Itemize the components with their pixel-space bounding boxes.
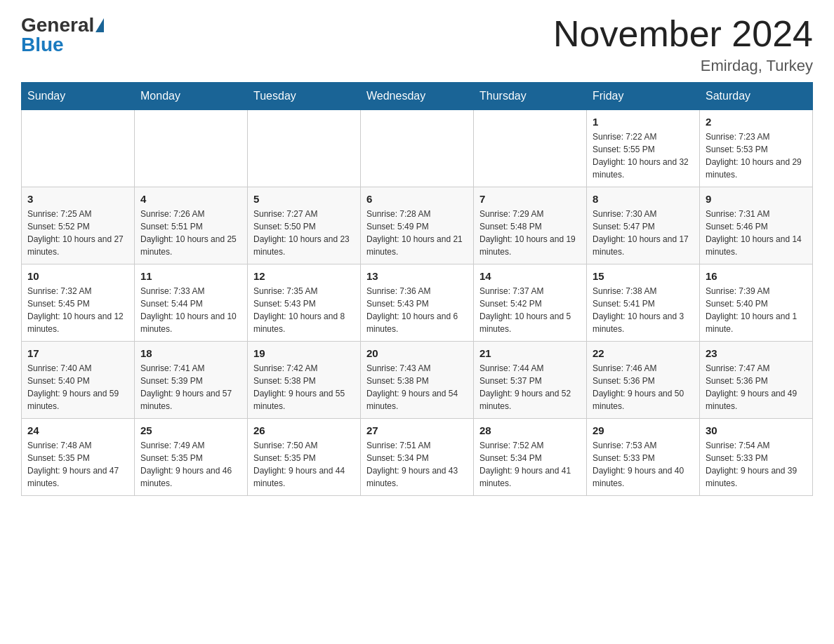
calendar-day: 4Sunrise: 7:26 AMSunset: 5:51 PMDaylight… xyxy=(135,187,248,264)
weekday-header-tuesday: Tuesday xyxy=(248,83,361,110)
calendar-day: 2Sunrise: 7:23 AMSunset: 5:53 PMDaylight… xyxy=(700,110,813,187)
calendar-week-row: 1Sunrise: 7:22 AMSunset: 5:55 PMDaylight… xyxy=(22,110,813,187)
day-info: Sunrise: 7:26 AMSunset: 5:51 PMDaylight:… xyxy=(140,208,241,258)
calendar-week-row: 17Sunrise: 7:40 AMSunset: 5:40 PMDayligh… xyxy=(22,342,813,419)
calendar-day: 10Sunrise: 7:32 AMSunset: 5:45 PMDayligh… xyxy=(22,264,135,342)
day-number: 20 xyxy=(366,347,468,359)
day-number: 7 xyxy=(479,193,581,205)
day-number: 21 xyxy=(479,347,581,359)
day-number: 22 xyxy=(593,347,694,359)
day-info: Sunrise: 7:23 AMSunset: 5:53 PMDaylight:… xyxy=(706,130,807,181)
title-section: November 2024 Emirdag, Turkey xyxy=(553,14,813,75)
day-number: 26 xyxy=(253,424,355,436)
calendar-day: 27Sunrise: 7:51 AMSunset: 5:34 PMDayligh… xyxy=(361,419,474,496)
day-info: Sunrise: 7:49 AMSunset: 5:35 PMDaylight:… xyxy=(140,439,241,490)
day-info: Sunrise: 7:44 AMSunset: 5:37 PMDaylight:… xyxy=(479,362,581,412)
day-number: 1 xyxy=(593,116,694,128)
calendar-day: 19Sunrise: 7:42 AMSunset: 5:38 PMDayligh… xyxy=(248,342,361,419)
day-info: Sunrise: 7:43 AMSunset: 5:38 PMDaylight:… xyxy=(366,362,468,412)
day-number: 25 xyxy=(140,424,241,436)
day-number: 16 xyxy=(706,270,807,282)
day-number: 12 xyxy=(253,270,355,282)
day-number: 29 xyxy=(593,424,694,436)
day-info: Sunrise: 7:51 AMSunset: 5:34 PMDaylight:… xyxy=(366,439,468,490)
day-number: 24 xyxy=(27,424,128,436)
calendar-week-row: 24Sunrise: 7:48 AMSunset: 5:35 PMDayligh… xyxy=(22,419,813,496)
day-info: Sunrise: 7:39 AMSunset: 5:40 PMDaylight:… xyxy=(706,285,807,335)
day-number: 19 xyxy=(253,347,355,359)
day-info: Sunrise: 7:54 AMSunset: 5:33 PMDaylight:… xyxy=(706,439,807,490)
weekday-header-wednesday: Wednesday xyxy=(361,83,474,110)
calendar-week-row: 10Sunrise: 7:32 AMSunset: 5:45 PMDayligh… xyxy=(22,264,813,342)
calendar-day: 18Sunrise: 7:41 AMSunset: 5:39 PMDayligh… xyxy=(135,342,248,419)
day-number: 5 xyxy=(253,193,355,205)
day-info: Sunrise: 7:29 AMSunset: 5:48 PMDaylight:… xyxy=(479,208,581,258)
weekday-header-sunday: Sunday xyxy=(22,83,135,110)
day-number: 8 xyxy=(593,193,694,205)
day-info: Sunrise: 7:40 AMSunset: 5:40 PMDaylight:… xyxy=(27,362,128,412)
weekday-header-monday: Monday xyxy=(135,83,248,110)
logo-blue-text: Blue xyxy=(21,34,64,56)
day-info: Sunrise: 7:41 AMSunset: 5:39 PMDaylight:… xyxy=(140,362,241,412)
day-number: 17 xyxy=(27,347,128,359)
calendar-week-row: 3Sunrise: 7:25 AMSunset: 5:52 PMDaylight… xyxy=(22,187,813,264)
calendar-day: 29Sunrise: 7:53 AMSunset: 5:33 PMDayligh… xyxy=(587,419,700,496)
calendar-day: 20Sunrise: 7:43 AMSunset: 5:38 PMDayligh… xyxy=(361,342,474,419)
day-info: Sunrise: 7:28 AMSunset: 5:49 PMDaylight:… xyxy=(366,208,468,258)
calendar-day: 30Sunrise: 7:54 AMSunset: 5:33 PMDayligh… xyxy=(700,419,813,496)
calendar-day: 15Sunrise: 7:38 AMSunset: 5:41 PMDayligh… xyxy=(587,264,700,342)
calendar-day: 24Sunrise: 7:48 AMSunset: 5:35 PMDayligh… xyxy=(22,419,135,496)
day-info: Sunrise: 7:35 AMSunset: 5:43 PMDaylight:… xyxy=(253,285,355,335)
calendar-day: 17Sunrise: 7:40 AMSunset: 5:40 PMDayligh… xyxy=(22,342,135,419)
logo: General Blue xyxy=(21,14,105,56)
day-number: 4 xyxy=(140,193,241,205)
weekday-header-thursday: Thursday xyxy=(474,83,587,110)
calendar-day xyxy=(474,110,587,187)
calendar-day: 12Sunrise: 7:35 AMSunset: 5:43 PMDayligh… xyxy=(248,264,361,342)
day-info: Sunrise: 7:32 AMSunset: 5:45 PMDaylight:… xyxy=(27,285,128,335)
day-number: 13 xyxy=(366,270,468,282)
calendar-day xyxy=(248,110,361,187)
weekday-header-row: SundayMondayTuesdayWednesdayThursdayFrid… xyxy=(22,83,813,110)
day-number: 11 xyxy=(140,270,241,282)
day-number: 14 xyxy=(479,270,581,282)
calendar-day xyxy=(22,110,135,187)
day-number: 18 xyxy=(140,347,241,359)
calendar-day: 6Sunrise: 7:28 AMSunset: 5:49 PMDaylight… xyxy=(361,187,474,264)
day-info: Sunrise: 7:50 AMSunset: 5:35 PMDaylight:… xyxy=(253,439,355,490)
day-number: 2 xyxy=(706,116,807,128)
calendar-day: 8Sunrise: 7:30 AMSunset: 5:47 PMDaylight… xyxy=(587,187,700,264)
month-year-title: November 2024 xyxy=(553,14,813,54)
calendar-day: 21Sunrise: 7:44 AMSunset: 5:37 PMDayligh… xyxy=(474,342,587,419)
day-number: 30 xyxy=(706,424,807,436)
calendar-day: 14Sunrise: 7:37 AMSunset: 5:42 PMDayligh… xyxy=(474,264,587,342)
calendar-day: 3Sunrise: 7:25 AMSunset: 5:52 PMDaylight… xyxy=(22,187,135,264)
day-number: 28 xyxy=(479,424,581,436)
location-label: Emirdag, Turkey xyxy=(553,57,813,75)
calendar-day: 7Sunrise: 7:29 AMSunset: 5:48 PMDaylight… xyxy=(474,187,587,264)
day-number: 27 xyxy=(366,424,468,436)
day-number: 3 xyxy=(27,193,128,205)
day-info: Sunrise: 7:53 AMSunset: 5:33 PMDaylight:… xyxy=(593,439,694,490)
day-info: Sunrise: 7:30 AMSunset: 5:47 PMDaylight:… xyxy=(593,208,694,258)
day-info: Sunrise: 7:52 AMSunset: 5:34 PMDaylight:… xyxy=(479,439,581,490)
day-number: 15 xyxy=(593,270,694,282)
weekday-header-saturday: Saturday xyxy=(700,83,813,110)
day-info: Sunrise: 7:37 AMSunset: 5:42 PMDaylight:… xyxy=(479,285,581,335)
calendar-day: 26Sunrise: 7:50 AMSunset: 5:35 PMDayligh… xyxy=(248,419,361,496)
day-info: Sunrise: 7:25 AMSunset: 5:52 PMDaylight:… xyxy=(27,208,128,258)
day-number: 9 xyxy=(706,193,807,205)
calendar-day xyxy=(361,110,474,187)
calendar-day: 9Sunrise: 7:31 AMSunset: 5:46 PMDaylight… xyxy=(700,187,813,264)
calendar-day: 28Sunrise: 7:52 AMSunset: 5:34 PMDayligh… xyxy=(474,419,587,496)
calendar-day: 11Sunrise: 7:33 AMSunset: 5:44 PMDayligh… xyxy=(135,264,248,342)
calendar-day: 25Sunrise: 7:49 AMSunset: 5:35 PMDayligh… xyxy=(135,419,248,496)
calendar-table: SundayMondayTuesdayWednesdayThursdayFrid… xyxy=(21,82,813,496)
calendar-day: 1Sunrise: 7:22 AMSunset: 5:55 PMDaylight… xyxy=(587,110,700,187)
day-info: Sunrise: 7:38 AMSunset: 5:41 PMDaylight:… xyxy=(593,285,694,335)
logo-triangle-icon xyxy=(95,18,104,32)
day-number: 10 xyxy=(27,270,128,282)
calendar-day: 22Sunrise: 7:46 AMSunset: 5:36 PMDayligh… xyxy=(587,342,700,419)
weekday-header-friday: Friday xyxy=(587,83,700,110)
day-info: Sunrise: 7:27 AMSunset: 5:50 PMDaylight:… xyxy=(253,208,355,258)
